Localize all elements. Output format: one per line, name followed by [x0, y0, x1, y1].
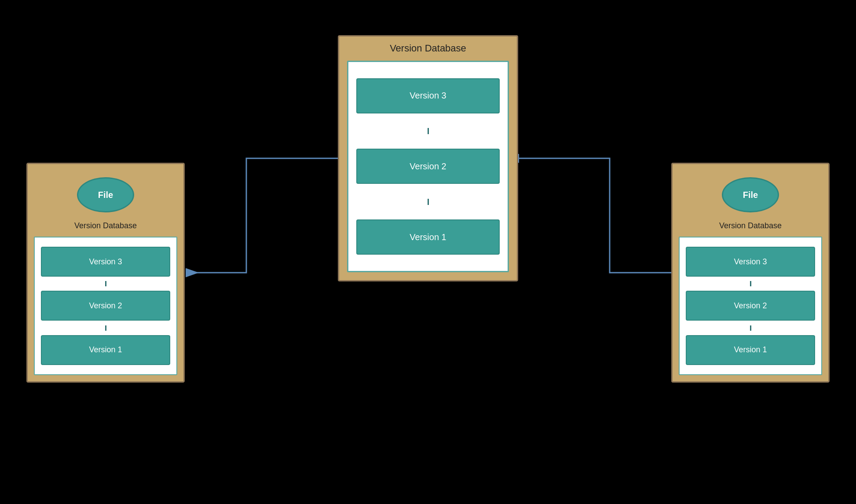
- right-version-3: Version 3: [686, 247, 815, 277]
- right-db-box: File Version Database Version 3 Version …: [671, 163, 830, 383]
- arrow-center-to-left: [186, 158, 338, 273]
- left-version-1: Version 1: [41, 335, 170, 365]
- left-version-2: Version 2: [41, 291, 170, 321]
- right-connector-2-1: [750, 325, 751, 331]
- right-version-1: Version 1: [686, 335, 815, 365]
- left-connector-2-1: [105, 325, 106, 331]
- center-db-box: Version Database Version 3 Version 2 Ver…: [338, 35, 518, 281]
- center-db-inner: Version 3 Version 2 Version 1: [347, 61, 509, 272]
- left-version-3: Version 3: [41, 247, 170, 277]
- center-connector-3-2: [428, 128, 429, 134]
- left-file-label: File: [98, 190, 113, 200]
- center-version-3: Version 3: [356, 78, 500, 113]
- diagram-container: Version Database Version 3 Version 2 Ver…: [0, 0, 856, 504]
- center-version-1: Version 1: [356, 219, 500, 255]
- right-file-oval: File: [722, 177, 779, 212]
- left-file-oval: File: [77, 177, 134, 212]
- right-connector-3-2: [750, 281, 751, 286]
- right-db-inner: Version 3 Version 2 Version 1: [679, 237, 822, 375]
- left-db-inner: Version 3 Version 2 Version 1: [34, 237, 177, 375]
- left-db-label: Version Database: [28, 221, 183, 230]
- left-connector-3-2: [105, 281, 106, 286]
- center-db-label: Version Database: [339, 43, 517, 54]
- left-db-box: File Version Database Version 3 Version …: [26, 163, 185, 383]
- right-file-label: File: [743, 190, 758, 200]
- center-version-2: Version 2: [356, 149, 500, 184]
- arrow-right-to-center: [519, 158, 671, 273]
- right-version-2: Version 2: [686, 291, 815, 321]
- center-connector-2-1: [428, 199, 429, 205]
- right-db-label: Version Database: [673, 221, 828, 230]
